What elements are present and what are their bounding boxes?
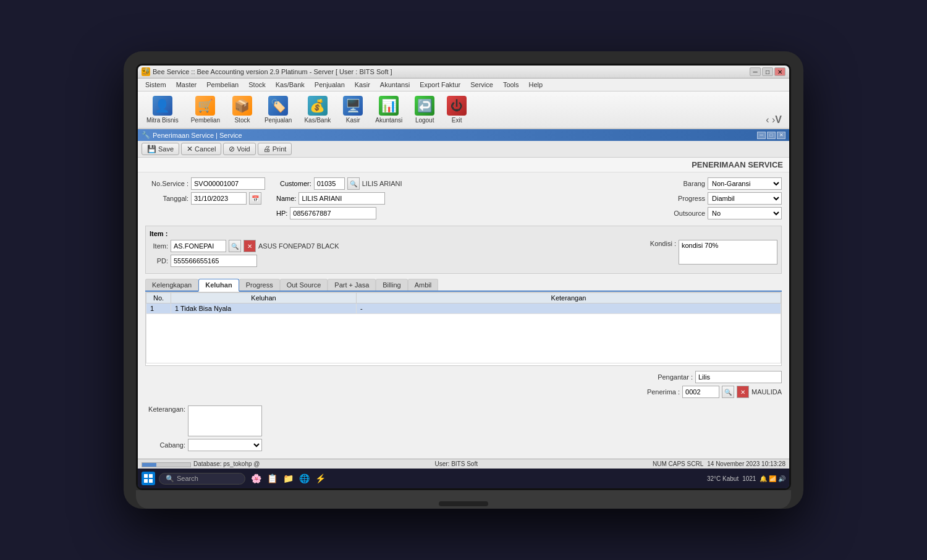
col-keterangan: Keterangan xyxy=(357,293,781,303)
customer-label: Customer: xyxy=(280,180,311,187)
sub-window-title: Penerimaan Service | Service xyxy=(153,132,242,139)
taskbar-icon-2[interactable]: 📋 xyxy=(265,472,279,485)
menu-service[interactable]: Service xyxy=(465,80,498,90)
outsource-select[interactable]: No Yes xyxy=(708,207,782,219)
menu-master[interactable]: Master xyxy=(171,80,202,90)
void-button[interactable]: ⊘ Void xyxy=(223,143,255,155)
toolbar-exit[interactable]: ⏻ Exit xyxy=(442,94,472,125)
name-input[interactable] xyxy=(298,192,385,205)
taskbar-icons: 🌸 📋 📁 🌐 ⚡ xyxy=(249,472,327,485)
tab-keluhan[interactable]: Keluhan xyxy=(198,279,239,292)
row-keluhan: 1 Tidak Bisa Nyala xyxy=(171,303,357,314)
penerima-code-input[interactable] xyxy=(682,386,719,398)
window-controls: ─ □ ✕ xyxy=(750,67,785,76)
menu-penjualan[interactable]: Penjualan xyxy=(310,80,350,90)
tab-out-source[interactable]: Out Source xyxy=(280,279,328,291)
kondisi-display: kondisi 70% xyxy=(679,240,777,265)
no-service-input[interactable] xyxy=(191,177,265,190)
tanggal-input[interactable] xyxy=(191,192,247,205)
print-icon: 🖨 xyxy=(263,145,271,153)
keterangan-label: Keterangan: xyxy=(145,405,185,413)
database-status: Database: ps_tokohp @ xyxy=(193,460,260,467)
tab-kelengkapan[interactable]: Kelengkapan xyxy=(145,279,198,291)
menu-export-faktur[interactable]: Export Faktur xyxy=(415,80,465,90)
window-title: Bee Service :: Bee Accounting version 2.… xyxy=(153,68,392,75)
taskbar-search[interactable]: 🔍 Search xyxy=(159,473,245,485)
penerima-name-display: MAULIDA xyxy=(751,388,782,396)
customer-search-button[interactable]: 🔍 xyxy=(347,177,360,190)
item-edit-button[interactable]: ✕ xyxy=(243,240,256,252)
progress-select[interactable]: Diambil Proses Selesai xyxy=(708,192,782,205)
penerima-label: Penerima : xyxy=(637,388,680,396)
menu-kasbank[interactable]: Kas/Bank xyxy=(271,80,310,90)
customer-code-input[interactable] xyxy=(314,177,345,190)
taskbar-icon-3[interactable]: 📁 xyxy=(281,472,295,485)
menu-akuntansi[interactable]: Akuntansi xyxy=(375,80,415,90)
nav-arrows[interactable]: ‹ › V xyxy=(762,114,785,125)
table-row[interactable]: 1 1 Tidak Bisa Nyala - xyxy=(146,303,781,314)
menu-stock[interactable]: Stock xyxy=(243,80,271,90)
close-button[interactable]: ✕ xyxy=(774,67,785,76)
menu-tools[interactable]: Tools xyxy=(498,80,524,90)
tab-billing[interactable]: Billing xyxy=(376,279,407,291)
tab-part-jasa[interactable]: Part + Jasa xyxy=(328,279,376,291)
taskbar-icon-5[interactable]: ⚡ xyxy=(313,472,327,485)
action-bar: 💾 Save ✕ Cancel ⊘ Void 🖨 Print xyxy=(138,141,789,158)
title-bar: 🐝 Bee Service :: Bee Accounting version … xyxy=(138,66,789,78)
menu-pembelian[interactable]: Pembelian xyxy=(201,80,243,90)
cabang-select[interactable] xyxy=(188,439,262,451)
progress-label: Progress xyxy=(662,195,705,202)
progress-fill xyxy=(142,463,156,467)
penerima-search-button[interactable]: 🔍 xyxy=(722,386,734,398)
form-header: PENERIMAAN SERVICE xyxy=(138,158,789,172)
toolbar-akuntansi[interactable]: 📊 Akuntansi xyxy=(370,94,407,125)
item-section-label: Item : xyxy=(150,230,777,237)
keterangan-textarea[interactable] xyxy=(188,405,262,436)
penerima-edit-button[interactable]: ✕ xyxy=(737,386,749,398)
start-button[interactable] xyxy=(142,472,155,485)
sub-window-controls: ─ □ ✕ xyxy=(757,132,785,139)
save-button[interactable]: 💾 Save xyxy=(142,143,179,155)
toolbar-penjualan[interactable]: 🏷️ Penjualan xyxy=(260,94,297,125)
tab-progress[interactable]: Progress xyxy=(239,279,280,291)
print-button[interactable]: 🖨 Print xyxy=(258,143,292,155)
kondisi-label: Kondisi : xyxy=(639,240,676,247)
menu-kasir[interactable]: Kasir xyxy=(350,80,375,90)
item-search-button[interactable]: 🔍 xyxy=(229,240,241,252)
barang-select[interactable]: Non-Garansi Garansi xyxy=(708,177,782,190)
pd-input[interactable] xyxy=(171,255,257,267)
menu-help[interactable]: Help xyxy=(524,80,548,90)
weather-display: 32°C Kabut xyxy=(707,475,739,482)
sub-maximize[interactable]: □ xyxy=(767,132,776,139)
pengantar-section: Pengantar : Penerima : 🔍 ✕ MAULIDA xyxy=(145,371,782,401)
menu-sistem[interactable]: Sistem xyxy=(140,80,171,90)
hp-label: HP: xyxy=(276,210,287,217)
mitra-bisnis-icon: 👤 xyxy=(153,96,172,116)
toolbar-mitra-bisnis[interactable]: 👤 Mitra Bisnis xyxy=(142,94,184,125)
hp-input[interactable] xyxy=(290,207,376,219)
toolbar-stock[interactable]: 📦 Stock xyxy=(227,94,257,125)
toolbar-logout[interactable]: ↩️ Logout xyxy=(410,94,439,125)
indicators: NUM CAPS SCRL xyxy=(653,460,703,467)
logout-icon: ↩️ xyxy=(415,96,434,116)
tabs-container: Kelengkapan Keluhan Progress Out Source … xyxy=(145,279,782,366)
taskbar-icon-1[interactable]: 🌸 xyxy=(249,472,263,485)
cancel-button[interactable]: ✕ Cancel xyxy=(181,143,221,155)
item-code-input[interactable] xyxy=(171,240,226,252)
sub-window: 🔧 Penerimaan Service | Service ─ □ ✕ 💾 S… xyxy=(138,129,789,469)
toolbar-pembelian[interactable]: 🛒 Pembelian xyxy=(186,94,225,125)
sub-close[interactable]: ✕ xyxy=(777,132,785,139)
row-keterangan: - xyxy=(357,303,781,314)
toolbar-kasbank[interactable]: 💰 Kas/Bank xyxy=(299,94,336,125)
maximize-button[interactable]: □ xyxy=(762,67,773,76)
kasbank-icon: 💰 xyxy=(308,96,328,116)
taskbar-icon-4[interactable]: 🌐 xyxy=(297,472,311,485)
tab-ambil[interactable]: Ambil xyxy=(408,279,439,291)
minimize-button[interactable]: ─ xyxy=(750,67,761,76)
item-section: Item : Item: 🔍 ✕ ASUS FONEPAD7 BLACK xyxy=(145,226,782,274)
toolbar-kasir[interactable]: 🖥️ Kasir xyxy=(338,94,368,125)
calendar-button[interactable]: 📅 xyxy=(249,192,261,205)
pengantar-input[interactable] xyxy=(695,371,782,383)
penjualan-icon: 🏷️ xyxy=(268,96,288,116)
sub-minimize[interactable]: ─ xyxy=(757,132,766,139)
